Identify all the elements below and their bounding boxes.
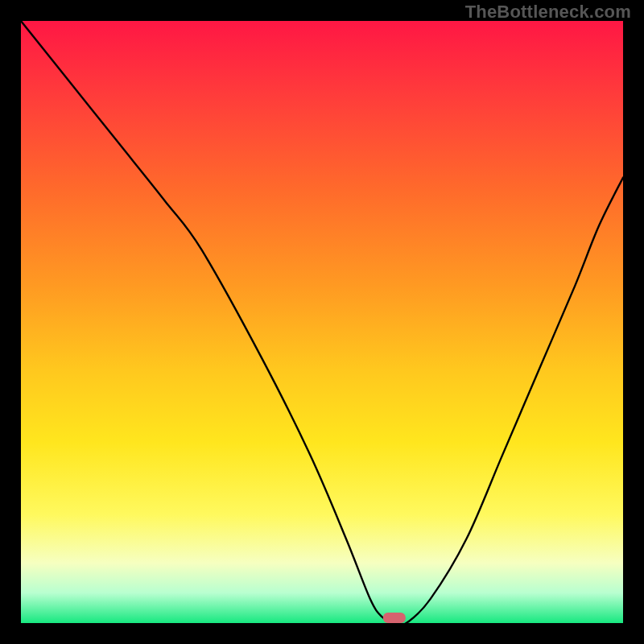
- chart-frame: TheBottleneck.com: [0, 0, 644, 644]
- gradient-background: [21, 21, 623, 623]
- minimum-marker: [383, 613, 406, 623]
- bottleneck-chart: [21, 21, 623, 623]
- watermark-text: TheBottleneck.com: [465, 2, 631, 23]
